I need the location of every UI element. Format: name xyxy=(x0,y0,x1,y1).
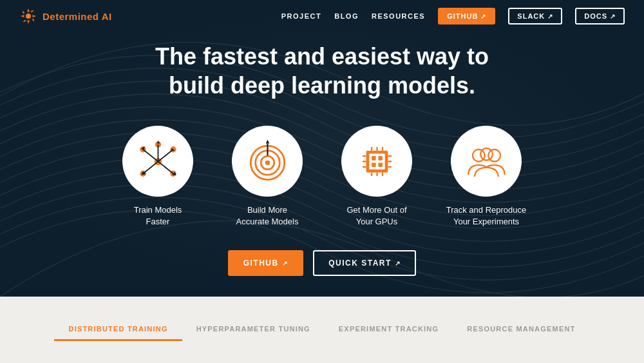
external-link-icon-2: ↗ xyxy=(395,260,401,267)
network-icon xyxy=(134,137,182,186)
target-icon xyxy=(243,137,292,186)
quickstart-cta-button[interactable]: QUICK START ↗ xyxy=(313,250,416,276)
nav-resources[interactable]: RESOURCES xyxy=(372,12,425,20)
svg-line-8 xyxy=(143,161,158,173)
hero-section: The fastest and easiest way to build dee… xyxy=(0,0,644,297)
quickstart-cta-label: QUICK START xyxy=(328,259,392,268)
logo-text-accent: AI xyxy=(102,11,112,22)
github-cta-button[interactable]: GITHUB ↗ xyxy=(228,250,304,276)
svg-marker-44 xyxy=(27,20,30,24)
features-row: Train ModelsFaster Build M xyxy=(116,126,528,228)
docs-ext-icon: ↗ xyxy=(610,13,616,20)
chip-icon xyxy=(353,137,401,186)
svg-point-42 xyxy=(480,148,493,160)
svg-marker-51 xyxy=(23,19,26,22)
external-link-icon: ↗ xyxy=(282,260,289,267)
logo[interactable]: Determined AI xyxy=(19,7,112,25)
feature-gpu-circle xyxy=(341,126,412,197)
svg-marker-48 xyxy=(23,10,25,14)
people-icon xyxy=(462,137,511,186)
nav-blog[interactable]: BLOG xyxy=(334,12,359,20)
tabs-row: DISTRIBUTED TRAINING HYPERPARAMETER TUNI… xyxy=(54,319,589,341)
svg-line-6 xyxy=(143,149,158,161)
svg-marker-21 xyxy=(265,139,269,143)
github-nav-button[interactable]: GITHUB ↗ xyxy=(438,8,495,25)
svg-point-47 xyxy=(26,14,31,19)
svg-rect-23 xyxy=(369,153,384,169)
slack-nav-button[interactable]: SLACK ↗ xyxy=(508,8,562,25)
github-nav-label: GITHUB xyxy=(447,12,478,20)
nav-project[interactable]: PROJECT xyxy=(281,12,321,20)
svg-marker-45 xyxy=(21,15,24,17)
hero-content: The fastest and easiest way to build dee… xyxy=(0,0,644,276)
feature-train-circle xyxy=(122,126,193,197)
feature-track: Track and ReproduceYour Experiments xyxy=(444,126,528,228)
feature-gpu: Get More Out ofYour GPUs xyxy=(335,126,419,228)
feature-track-label: Track and ReproduceYour Experiments xyxy=(446,204,527,228)
logo-icon xyxy=(19,7,37,25)
header: Determined AI PROJECT BLOG RESOURCES GIT… xyxy=(0,0,644,32)
feature-accurate-label: Build MoreAccurate Models xyxy=(236,204,299,228)
svg-line-9 xyxy=(158,161,173,173)
main-nav: PROJECT BLOG RESOURCES GITHUB ↗ SLACK ↗ … xyxy=(281,8,625,25)
slack-ext-icon: ↗ xyxy=(547,13,553,20)
svg-rect-27 xyxy=(378,162,383,167)
github-cta-label: GITHUB xyxy=(243,259,279,268)
bottom-tabs-section: DISTRIBUTED TRAINING HYPERPARAMETER TUNI… xyxy=(0,297,644,363)
tab-hyperparameter-tuning[interactable]: HYPERPARAMETER TUNING xyxy=(182,319,325,341)
feature-track-circle xyxy=(451,126,522,197)
docs-nav-button[interactable]: DOCS ↗ xyxy=(575,8,625,25)
feature-gpu-label: Get More Out ofYour GPUs xyxy=(346,204,406,228)
svg-line-7 xyxy=(158,149,173,161)
github-ext-icon: ↗ xyxy=(480,13,486,20)
tab-distributed-training[interactable]: DISTRIBUTED TRAINING xyxy=(54,319,182,341)
logo-text: Determined AI xyxy=(43,11,112,22)
feature-train: Train ModelsFaster xyxy=(116,126,200,228)
feature-train-label: Train ModelsFaster xyxy=(134,204,182,228)
svg-rect-25 xyxy=(378,156,383,161)
tab-resource-management[interactable]: RESOURCE MANAGEMENT xyxy=(453,319,589,341)
logo-text-main: Determined xyxy=(43,11,99,22)
svg-marker-46 xyxy=(32,15,36,17)
docs-nav-label: DOCS xyxy=(584,12,607,20)
svg-rect-24 xyxy=(372,156,376,161)
svg-point-19 xyxy=(265,160,270,165)
svg-marker-50 xyxy=(30,10,34,13)
svg-rect-26 xyxy=(372,162,376,167)
hero-title: The fastest and easiest way to build dee… xyxy=(155,42,489,100)
cta-row: GITHUB ↗ QUICK START ↗ xyxy=(228,250,417,276)
tab-experiment-tracking[interactable]: EXPERIMENT TRACKING xyxy=(325,319,453,341)
feature-accurate: Build MoreAccurate Models xyxy=(225,126,309,228)
svg-marker-43 xyxy=(27,8,30,12)
feature-accurate-circle xyxy=(232,126,303,197)
svg-marker-49 xyxy=(32,18,34,22)
slack-nav-label: SLACK xyxy=(517,12,545,20)
